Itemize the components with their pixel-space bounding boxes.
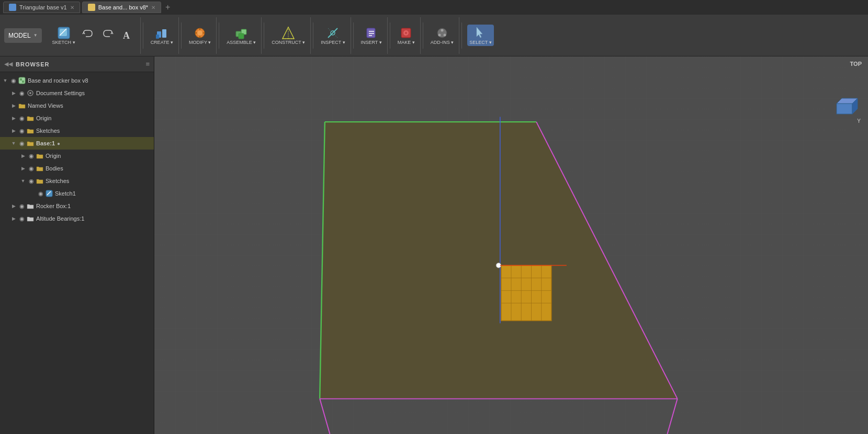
make-button[interactable]: MAKE ▾ — [396, 25, 417, 47]
rocker-expander[interactable]: ▶ — [9, 202, 18, 210]
base1-bodies-vis[interactable]: ◉ — [27, 164, 36, 173]
svg-rect-15 — [239, 33, 244, 39]
sketches-top-vis[interactable]: ◉ — [18, 127, 26, 135]
origin-expander[interactable]: ▶ — [9, 114, 18, 122]
doc-settings-vis[interactable]: ◉ — [18, 89, 26, 97]
select-label: SELECT ▾ — [469, 40, 491, 45]
model-dropdown[interactable]: MODEL ▼ — [4, 28, 42, 43]
root-vis-icon[interactable]: ◉ — [9, 76, 18, 85]
tab-triangular-base[interactable]: Triangular base v1 ✕ — [3, 2, 80, 13]
inspect-label: INSPECT ▾ — [321, 40, 345, 45]
view-cube[interactable] — [831, 88, 863, 119]
inspect-button[interactable]: INSPECT ▾ — [319, 25, 347, 47]
undo-button[interactable] — [78, 27, 97, 43]
rocker-vis[interactable]: ◉ — [18, 202, 26, 210]
assemble-button[interactable]: ASSEMBLE ▾ — [224, 25, 258, 47]
collapse-icon[interactable]: ◀◀ — [4, 61, 13, 67]
bottom-right-ext — [667, 399, 677, 434]
assemble-group: ASSEMBLE ▾ — [221, 17, 262, 54]
sketch-group: SKETCH ▾ — [47, 17, 141, 54]
doc-settings-expander[interactable]: ▶ — [9, 89, 18, 97]
browser-header: ◀◀ BROWSER ≡ — [0, 56, 154, 72]
tab2-icon — [88, 4, 95, 11]
tab1-close[interactable]: ✕ — [70, 5, 74, 10]
tree-doc-settings[interactable]: ▶ ◉ Document Settings — [0, 87, 154, 99]
base1-active-icon: ● — [57, 141, 60, 146]
base-shape — [320, 122, 677, 398]
svg-rect-5 — [162, 29, 166, 38]
sketch1-label: Sketch1 — [55, 190, 76, 197]
base1-origin-expander[interactable]: ▶ — [19, 152, 27, 160]
rocker-folder — [26, 202, 35, 210]
sketches-top-expander[interactable]: ▶ — [9, 127, 18, 135]
tab1-label: Triangular base v1 — [19, 4, 67, 10]
altitude-expander[interactable]: ▶ — [9, 214, 18, 223]
origin-label: Origin — [36, 115, 51, 121]
base1-folder-icon — [26, 139, 35, 147]
construct-button[interactable]: CONSTRUCT ▾ — [269, 25, 307, 47]
base1-sketches-label: Sketches — [46, 178, 69, 184]
root-component-icon — [18, 76, 26, 85]
named-views-label: Named Views — [28, 102, 63, 109]
sketch1-icon — [45, 189, 53, 198]
create-button[interactable]: CREATE ▾ — [149, 25, 175, 47]
create-label: CREATE ▾ — [151, 40, 173, 45]
text-button[interactable]: A — [118, 27, 137, 43]
base1-sketches-vis[interactable]: ◉ — [27, 177, 36, 185]
sketch-row: SKETCH ▾ — [50, 25, 137, 47]
model-label: MODEL — [8, 32, 31, 39]
modify-button[interactable]: MODIFY ▾ — [187, 25, 213, 47]
tree-container: ▼ ◉ Base and rocker box v8 ▶ ◉ — [0, 72, 154, 434]
add-tab-button[interactable]: + — [163, 3, 172, 12]
tab-base-box[interactable]: Base and... box v8* ✕ — [82, 2, 161, 13]
redo-icon — [100, 28, 115, 42]
addins-button[interactable]: ADD-INS ▾ — [429, 25, 456, 47]
tree-base1[interactable]: ▼ ◉ Base:1 ● — [0, 137, 154, 150]
canvas-area[interactable]: TOP Y — [154, 56, 868, 434]
inspect-icon — [325, 26, 340, 40]
sketch-label: SKETCH ▾ — [52, 40, 75, 45]
tab2-label: Base and... box v8* — [98, 4, 148, 10]
sep7 — [390, 22, 390, 49]
base1-sketches-expander[interactable]: ▼ — [19, 177, 27, 185]
svg-point-31 — [438, 33, 441, 36]
base1-origin-vis[interactable]: ◉ — [27, 152, 36, 160]
addins-group: ADD-INS ▾ — [425, 17, 460, 54]
altitude-vis[interactable]: ◉ — [18, 214, 26, 223]
tree-root[interactable]: ▼ ◉ Base and rocker box v8 — [0, 74, 154, 87]
tab2-close[interactable]: ✕ — [151, 5, 155, 10]
redo-button[interactable] — [98, 27, 117, 43]
tree-base1-origin[interactable]: ▶ ◉ Origin — [0, 150, 154, 162]
insert-button[interactable]: INSERT ▾ — [359, 25, 384, 47]
root-expander[interactable]: ▼ — [1, 76, 9, 85]
browser-panel: ◀◀ BROWSER ≡ ▼ ◉ — [0, 56, 154, 434]
main-area: ◀◀ BROWSER ≡ ▼ ◉ — [0, 56, 868, 434]
svg-point-38 — [29, 92, 31, 94]
base1-origin-folder — [36, 152, 44, 160]
root-label: Base and rocker box v8 — [28, 77, 88, 84]
browser-menu-icon[interactable]: ≡ — [145, 60, 150, 68]
altitude-folder — [26, 214, 35, 223]
named-views-expander[interactable]: ▶ — [9, 101, 18, 110]
tree-altitude-bearings[interactable]: ▶ ◉ Altitude Bearings:1 — [0, 212, 154, 225]
tree-sketches-top[interactable]: ▶ ◉ Sketches — [0, 124, 154, 137]
sketch-button[interactable]: SKETCH ▾ — [50, 25, 77, 47]
make-icon — [399, 26, 413, 40]
origin-vis[interactable]: ◉ — [18, 114, 26, 122]
tree-rocker-box[interactable]: ▶ ◉ Rocker Box:1 — [0, 200, 154, 212]
svg-point-28 — [405, 32, 407, 34]
undo-icon — [81, 28, 95, 42]
base1-expander[interactable]: ▼ — [9, 139, 18, 147]
svg-rect-41 — [837, 104, 852, 114]
svg-rect-6 — [156, 35, 159, 39]
base1-vis[interactable]: ◉ — [18, 139, 26, 147]
tree-base1-sketches[interactable]: ▼ ◉ Sketches — [0, 175, 154, 187]
sketch1-vis[interactable]: ◉ — [37, 189, 45, 198]
tree-named-views[interactable]: ▶ Named Views — [0, 99, 154, 112]
base1-bodies-expander[interactable]: ▶ — [19, 164, 27, 173]
base1-bodies-folder — [36, 164, 44, 173]
tree-base1-bodies[interactable]: ▶ ◉ Bodies — [0, 162, 154, 175]
tree-origin[interactable]: ▶ ◉ Origin — [0, 112, 154, 124]
tree-sketch1[interactable]: ▶ ◉ Sketch1 — [0, 187, 154, 200]
select-button[interactable]: SELECT ▾ — [467, 25, 493, 47]
